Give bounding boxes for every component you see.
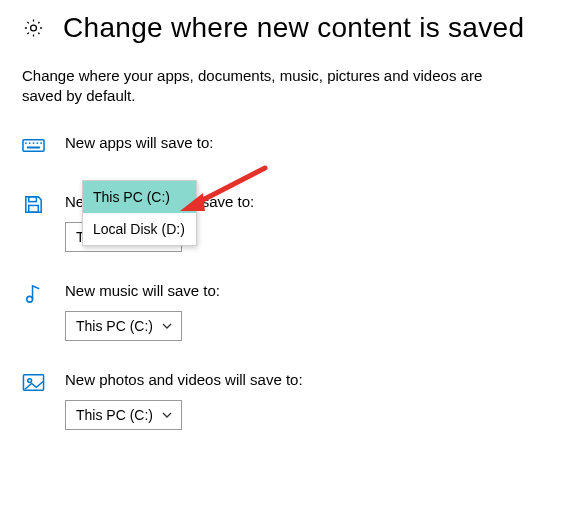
svg-point-10: [27, 296, 33, 302]
photos-combo[interactable]: This PC (C:): [65, 400, 182, 430]
picture-icon: [22, 371, 45, 394]
chevron-down-icon: [161, 320, 173, 332]
apps-label: New apps will save to:: [65, 134, 213, 151]
keyboard-icon: [22, 134, 45, 157]
save-icon: [22, 193, 45, 216]
svg-rect-9: [29, 205, 39, 212]
svg-point-0: [31, 25, 37, 31]
svg-rect-1: [23, 140, 44, 152]
svg-point-12: [28, 379, 32, 383]
section-music: New music will save to: This PC (C:): [22, 282, 550, 341]
svg-rect-8: [29, 197, 37, 202]
page-subtitle: Change where your apps, documents, music…: [22, 66, 502, 106]
apps-dropdown: This PC (C:) Local Disk (D:): [82, 180, 197, 246]
gear-icon: [22, 17, 45, 39]
music-note-icon: [22, 282, 45, 305]
dropdown-option-local-disk[interactable]: Local Disk (D:): [83, 213, 196, 245]
section-apps: New apps will save to:: [22, 134, 550, 163]
music-combo[interactable]: This PC (C:): [65, 311, 182, 341]
music-label: New music will save to:: [65, 282, 220, 299]
page-title: Change where new content is saved: [63, 12, 524, 44]
photos-label: New photos and videos will save to:: [65, 371, 303, 388]
music-combo-value: This PC (C:): [76, 318, 155, 334]
photos-combo-value: This PC (C:): [76, 407, 155, 423]
section-photos: New photos and videos will save to: This…: [22, 371, 550, 430]
dropdown-option-this-pc[interactable]: This PC (C:): [83, 181, 196, 213]
chevron-down-icon: [161, 409, 173, 421]
